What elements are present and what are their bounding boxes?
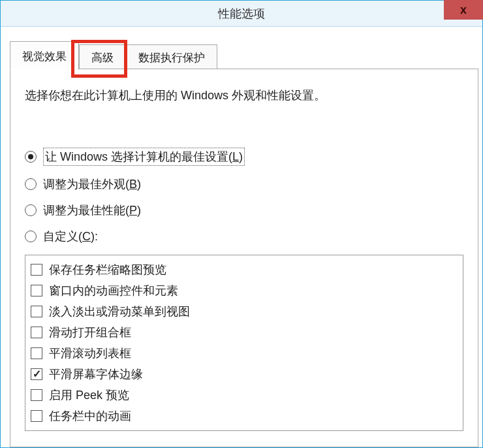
- tab-visual-effects[interactable]: 视觉效果: [10, 41, 79, 70]
- titlebar: 性能选项 x: [1, 1, 482, 27]
- checkbox-icon: [31, 389, 42, 401]
- checkbox-label: 启用 Peek 预览: [49, 387, 129, 403]
- tabstrip: 视觉效果 高级 数据执行保护: [10, 37, 478, 69]
- tab-dep[interactable]: 数据执行保护: [126, 44, 217, 69]
- checkbox-label: 滑动打开组合框: [49, 325, 131, 340]
- checkbox-smooth-font-edges[interactable]: ✓ 平滑屏幕字体边缘: [31, 364, 458, 385]
- client-area: 视觉效果 高级 数据执行保护 选择你想在此计算机上使用的 Windows 外观和…: [10, 37, 478, 447]
- tab-advanced[interactable]: 高级: [79, 44, 126, 69]
- tab-label: 数据执行保护: [138, 50, 205, 65]
- checkbox-icon: [31, 264, 42, 276]
- radio-label: 让 Windows 选择计算机的最佳设置(L): [43, 148, 245, 166]
- checkbox-icon: [31, 410, 42, 422]
- checkbox-slide-open-combobox[interactable]: 滑动打开组合框: [31, 322, 458, 343]
- tab-label: 视觉效果: [22, 49, 67, 64]
- checkbox-animate-controls[interactable]: 窗口内的动画控件和元素: [31, 280, 458, 301]
- close-button[interactable]: x: [444, 0, 483, 20]
- radio-label: 调整为最佳外观(B): [43, 176, 141, 192]
- checkbox-icon: ✓: [31, 368, 42, 380]
- checkbox-smooth-scroll-listbox[interactable]: 平滑滚动列表框: [31, 343, 458, 364]
- radio-icon: [25, 231, 37, 242]
- radio-icon: [25, 178, 37, 190]
- radio-best-performance[interactable]: 调整为最佳性能(P): [25, 202, 463, 218]
- radio-custom[interactable]: 自定义(C):: [25, 229, 463, 244]
- checkbox-label: 保存任务栏缩略图预览: [49, 262, 166, 278]
- radio-icon: [25, 151, 37, 163]
- tab-panel-visual-effects: 选择你想在此计算机上使用的 Windows 外观和性能设置。 让 Windows…: [10, 69, 478, 447]
- checkbox-label: 平滑滚动列表框: [49, 345, 131, 361]
- checkbox-icon: [31, 306, 42, 317]
- instruction-text: 选择你想在此计算机上使用的 Windows 外观和性能设置。: [25, 88, 463, 103]
- checkbox-save-taskbar-thumbnails[interactable]: 保存任务栏缩略图预览: [31, 259, 458, 280]
- checkbox-icon: [31, 327, 42, 338]
- window-title: 性能选项: [218, 6, 265, 22]
- checkbox-label: 平滑屏幕字体边缘: [49, 366, 143, 382]
- checkbox-icon: [31, 347, 42, 359]
- checkbox-label: 任务栏中的动画: [49, 408, 131, 424]
- close-icon: x: [460, 3, 467, 17]
- radio-best-appearance[interactable]: 调整为最佳外观(B): [25, 176, 463, 192]
- radio-label: 调整为最佳性能(P): [43, 202, 141, 218]
- effects-checklist[interactable]: 保存任务栏缩略图预览 窗口内的动画控件和元素 淡入淡出或滑动菜单到视图 滑动打开…: [25, 255, 463, 431]
- checkbox-taskbar-animations[interactable]: 任务栏中的动画: [31, 406, 458, 426]
- performance-options-window: 性能选项 x 视觉效果 高级 数据执行保护 选择你想在此计算机上使用的 Wind…: [0, 0, 483, 448]
- tab-label: 高级: [91, 50, 114, 65]
- checkbox-label: 淡入淡出或滑动菜单到视图: [49, 304, 190, 319]
- checkbox-label: 窗口内的动画控件和元素: [49, 283, 178, 298]
- radio-label: 自定义(C):: [43, 229, 98, 244]
- checkbox-enable-peek[interactable]: 启用 Peek 预览: [31, 385, 458, 406]
- radio-icon: [25, 204, 37, 216]
- checkbox-icon: [31, 285, 42, 296]
- checkbox-fade-slide-menus[interactable]: 淡入淡出或滑动菜单到视图: [31, 301, 458, 322]
- radio-let-windows-choose[interactable]: 让 Windows 选择计算机的最佳设置(L): [25, 148, 463, 166]
